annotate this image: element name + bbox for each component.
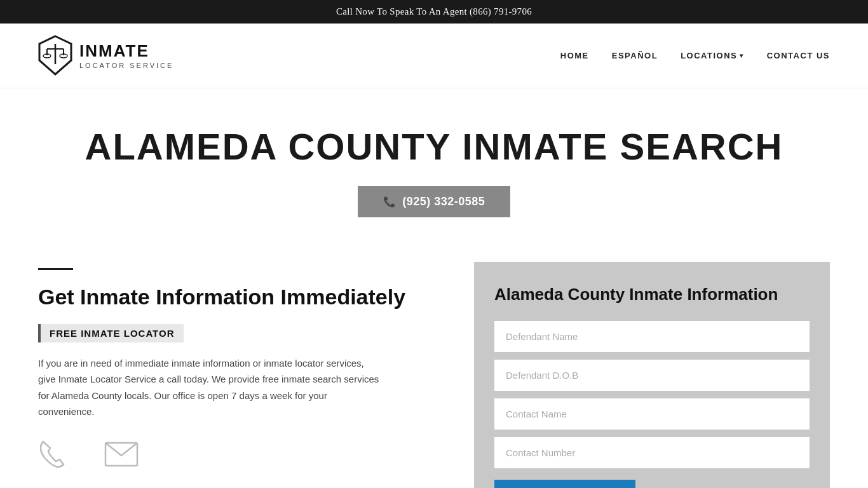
header: INMATE LOCATOR SERVICE HOME ESPAÑOL LOCA…: [0, 24, 868, 88]
divider: [38, 268, 73, 270]
defendant-name-input[interactable]: [494, 321, 810, 352]
top-bar: Call Now To Speak To An Agent (866) 791-…: [0, 0, 868, 24]
nav-locations[interactable]: LOCATIONS ▾: [681, 51, 744, 60]
main-content: Get Inmate Information Immediately FREE …: [0, 262, 868, 488]
nav-espanol[interactable]: ESPAÑOL: [612, 51, 658, 60]
phone-icon-decorative: [38, 439, 66, 470]
logo-icon: [38, 35, 73, 76]
hero-phone: (925) 332-0585: [402, 195, 485, 208]
chevron-down-icon: ▾: [740, 52, 744, 59]
logo: INMATE LOCATOR SERVICE: [38, 35, 173, 76]
hero-section: ALAMEDA COUNTY INMATE SEARCH 📞 (925) 332…: [0, 88, 868, 243]
top-bar-text: Call Now To Speak To An Agent (866) 791-…: [336, 6, 532, 17]
logo-line2: LOCATOR SERVICE: [79, 62, 173, 70]
contact-number-input[interactable]: [494, 437, 810, 468]
logo-text: INMATE LOCATOR SERVICE: [79, 41, 173, 69]
left-heading: Get Inmate Information Immediately: [38, 284, 449, 310]
defendant-dob-input[interactable]: [494, 360, 810, 391]
phone-button[interactable]: 📞 (925) 332-0585: [358, 186, 511, 217]
bottom-icons: [38, 439, 449, 470]
form-panel: Alameda County Inmate Information LOCATE…: [474, 262, 830, 488]
page-title: ALAMEDA COUNTY INMATE SEARCH: [13, 126, 855, 167]
left-body-text: If you are in need of immediate inmate i…: [38, 355, 381, 420]
nav-home[interactable]: HOME: [560, 51, 589, 60]
form-title: Alameda County Inmate Information: [494, 285, 810, 304]
nav-contact[interactable]: CONTACT US: [767, 51, 830, 60]
email-icon-decorative: [104, 439, 139, 470]
left-column: Get Inmate Information Immediately FREE …: [38, 262, 449, 470]
locate-detainee-button[interactable]: LOCATE DETAINEE: [494, 480, 635, 488]
logo-line1: INMATE: [79, 41, 173, 61]
contact-name-input[interactable]: [494, 398, 810, 430]
main-nav: HOME ESPAÑOL LOCATIONS ▾ CONTACT US: [560, 51, 830, 60]
phone-icon: 📞: [383, 196, 397, 208]
free-locator-badge: FREE INMATE LOCATOR: [38, 324, 184, 342]
